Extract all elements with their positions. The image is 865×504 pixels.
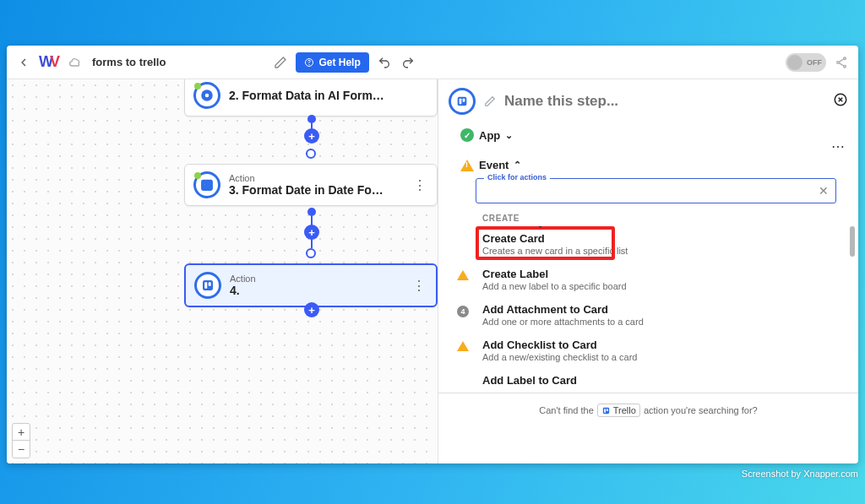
warning-icon [457,341,469,351]
side-panel: ⋯ ✓ App ⌄ Event ⌃ Click for actions [438,79,858,463]
node-title: 4. [230,284,402,297]
action-add-checklist[interactable]: Add Checklist to Card Add a new/existing… [438,333,858,368]
connector-ring [306,248,316,258]
edit-title-icon[interactable] [272,54,289,71]
action-desc: Add one or more attachments to a card [482,317,836,327]
action-desc: Add a new label to a specific board [482,281,836,291]
event-label: Event [479,159,509,171]
svg-point-1 [309,64,310,65]
close-panel-icon[interactable] [833,92,848,111]
add-step-button[interactable]: + [304,225,319,240]
node-label: Action [230,274,402,284]
trello-icon [449,88,476,115]
svg-rect-17 [604,409,606,413]
event-search: Click for actions ✕ [438,178,858,203]
node-title: 3. Format Date in Date Fo… [229,183,403,197]
logo: WV [39,53,60,71]
count-icon: 4 [457,306,469,317]
group-create-label: CREATE [482,214,858,223]
footer-app: Trello [613,405,636,415]
gear-icon [193,82,220,109]
help-button[interactable]: Get Help [296,52,368,73]
add-step-button[interactable]: + [304,128,319,144]
action-add-attachment[interactable]: 4 Add Attachment to Card Add one or more… [438,297,858,333]
app-section[interactable]: ✓ App ⌄ [438,123,858,147]
app-frame: WV forms to trello Get Help OFF [7,46,858,463]
trello-icon [194,272,221,299]
svg-rect-12 [458,97,467,106]
toolbar: WV forms to trello Get Help OFF [7,46,858,79]
node-3[interactable]: Action 3. Format Date in Date Fo… ⋮ [184,164,438,206]
svg-point-6 [205,94,209,98]
chevron-up-icon: ⌃ [514,160,521,171]
back-icon[interactable] [15,54,32,71]
share-icon[interactable] [833,54,850,71]
footer-pre: Can't find the [539,405,593,415]
action-add-label[interactable]: Add Label to Card [438,368,858,393]
action-create-card[interactable]: Create Card Creates a new card in a spec… [438,226,858,262]
action-title: Add Label to Card [482,374,836,387]
redo-icon[interactable] [400,54,416,71]
watermark: Screenshot by Xnapper.com [742,469,858,479]
add-step-button[interactable]: + [304,302,319,317]
node-menu-icon[interactable]: ⋮ [411,177,428,193]
warning-icon [460,160,474,171]
scrollbar[interactable] [850,226,855,393]
node-4[interactable]: Action 4. ⋮ [184,263,438,307]
trello-chip[interactable]: Trello [597,404,640,417]
search-input-wrap: ✕ [476,178,836,203]
search-input[interactable] [483,185,819,198]
zoom-control: + − [12,423,30,458]
app-label: App [479,129,500,142]
action-desc: Creates a new card in a specific list [482,246,836,256]
check-icon: ✓ [460,128,474,142]
action-title: Add Checklist to Card [482,339,836,351]
event-section[interactable]: Event ⌃ [438,147,858,176]
node-label: Action [229,173,403,183]
chevron-down-icon: ⌄ [505,130,513,141]
zoom-out-button[interactable]: − [13,441,30,458]
svg-rect-9 [203,280,213,290]
svg-rect-11 [209,282,211,286]
svg-rect-16 [603,407,609,413]
cloud-icon[interactable] [67,54,84,71]
search-hint: Click for actions [484,173,550,182]
canvas[interactable]: 2. Format Data in AI Form… + Action 3. F… [7,79,438,463]
actions-list: Create Card Creates a new card in a spec… [438,226,858,393]
svg-rect-18 [607,409,608,411]
action-desc: Add a new/existing checklist to a card [482,352,836,362]
panel-more-icon[interactable]: ⋯ [831,138,845,154]
connector-ring [306,149,316,159]
action-title: Add Attachment to Card [482,303,836,316]
panel-footer: Can't find the Trello action you're sear… [438,393,858,427]
svg-point-4 [844,65,846,68]
pencil-icon[interactable] [484,95,496,107]
action-title: Create Label [482,268,836,280]
node-title: 2. Format Data in AI Form… [229,89,428,102]
svg-point-2 [844,57,846,60]
footer-post: action you're searching for? [644,405,758,415]
svg-rect-13 [460,99,462,105]
workflow-title[interactable]: forms to trello [92,56,166,68]
step-name-input[interactable] [504,93,824,110]
calendar-icon [193,171,220,198]
action-title: Create Card [482,232,836,245]
clear-search-icon[interactable]: ✕ [819,184,829,198]
svg-point-3 [837,61,840,63]
svg-rect-8 [204,184,205,186]
warning-icon [457,270,469,280]
undo-icon[interactable] [376,54,393,71]
svg-rect-10 [204,282,207,289]
zoom-in-button[interactable]: + [13,424,30,441]
panel-header [438,79,858,123]
publish-toggle[interactable]: OFF [786,53,826,72]
svg-rect-14 [463,99,465,102]
body: 2. Format Data in AI Form… + Action 3. F… [7,79,858,463]
node-2[interactable]: 2. Format Data in AI Form… [184,79,438,117]
action-create-label[interactable]: Create Label Add a new label to a specif… [438,262,858,297]
toggle-label: OFF [807,58,822,67]
help-label: Get Help [318,57,360,68]
node-menu-icon[interactable]: ⋮ [411,278,427,294]
